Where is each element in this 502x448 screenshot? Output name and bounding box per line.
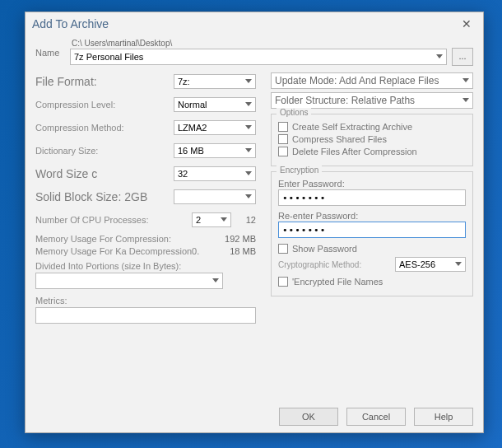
mem-decompression-label: Memory Usage For Ka Decompression0. (35, 246, 199, 256)
dictionary-size-label: Dictionary Size: (35, 146, 98, 156)
delete-after-checkbox-row: Delete Files After Compression (278, 147, 466, 156)
folder-structure-select[interactable]: Folder Structure: Relative Paths (271, 92, 473, 109)
options-group-title: Options (277, 108, 311, 117)
metrics-input[interactable] (35, 307, 256, 324)
file-format-label: File Format: (35, 75, 97, 88)
compress-shared-checkbox-row: Compress Shared Files (278, 134, 466, 144)
options-group: Options Create Self Extracting Archive C… (271, 114, 473, 166)
cancel-button[interactable]: Cancel (346, 408, 406, 426)
window-title: Add To Archive (32, 17, 109, 30)
encryption-group-title: Encryption (277, 166, 322, 175)
delete-after-checkbox[interactable] (278, 147, 288, 156)
titlebar: Add To Archive ✕ (26, 12, 483, 35)
divided-label: Divided Into Portions (size In Bytes): (35, 261, 256, 271)
metrics-label: Metrics: (35, 296, 256, 306)
archive-name-select[interactable]: 7z Personal Files (70, 49, 447, 65)
enter-password-label: Enter Password: (278, 179, 466, 189)
compression-level-label: Compression Level: (35, 100, 115, 110)
show-password-checkbox-row: Show Password (278, 244, 466, 254)
compression-method-label: Compression Method: (35, 123, 124, 133)
solid-block-size-select[interactable] (174, 189, 256, 204)
update-mode-select[interactable]: Update Mode: Add And Replace Files (271, 72, 473, 89)
show-password-checkbox[interactable] (278, 244, 288, 254)
crypto-method-select[interactable]: AES-256 (395, 257, 466, 272)
add-to-archive-dialog: Add To Archive ✕ Name C:\ Users\martinal… (25, 12, 484, 433)
name-label: Name (35, 48, 70, 58)
reenter-password-input[interactable] (278, 222, 466, 238)
cpu-processes-select[interactable]: 2 (192, 212, 231, 227)
dictionary-size-select[interactable]: 16 MB (174, 143, 256, 158)
mem-compression-value: 192 MB (225, 234, 256, 244)
reenter-password-label: Re-enter Password: (278, 211, 466, 221)
ok-button[interactable]: OK (279, 408, 338, 426)
enter-password-input[interactable] (278, 189, 466, 206)
cpu-max-value: 12 (231, 215, 256, 225)
archive-path: C:\ Users\martinal\Desktop\ (70, 39, 473, 48)
mem-decompression-value: 18 MB (230, 246, 256, 256)
solid-block-size-label: Solid Block Size:2GB (35, 190, 147, 203)
encrypted-names-checkbox[interactable] (278, 277, 288, 287)
encrypted-names-checkbox-row: 'Encrypted File Names (278, 277, 466, 287)
word-size-select[interactable]: 32 (174, 166, 256, 181)
compress-shared-checkbox[interactable] (278, 134, 288, 144)
self-extracting-checkbox-row: Create Self Extracting Archive (278, 122, 466, 132)
cpu-processes-label: Number Of CPU Processes: (35, 215, 149, 225)
encryption-group: Encryption Enter Password: Re-enter Pass… (271, 171, 473, 296)
browse-button[interactable]: ... (452, 48, 473, 66)
file-format-select[interactable]: 7z: (174, 74, 256, 89)
compression-method-select[interactable]: LZMA2 (174, 120, 256, 135)
compression-level-select[interactable]: Normal (174, 97, 256, 112)
crypto-method-label: Cryptographic Method: (278, 260, 361, 269)
word-size-label: Word Size c (35, 167, 97, 180)
self-extracting-checkbox[interactable] (278, 122, 288, 132)
divided-select[interactable] (35, 273, 223, 289)
mem-compression-label: Memory Usage For Compression: (35, 234, 171, 244)
help-button[interactable]: Help (414, 408, 473, 426)
close-icon[interactable]: ✕ (457, 16, 476, 32)
